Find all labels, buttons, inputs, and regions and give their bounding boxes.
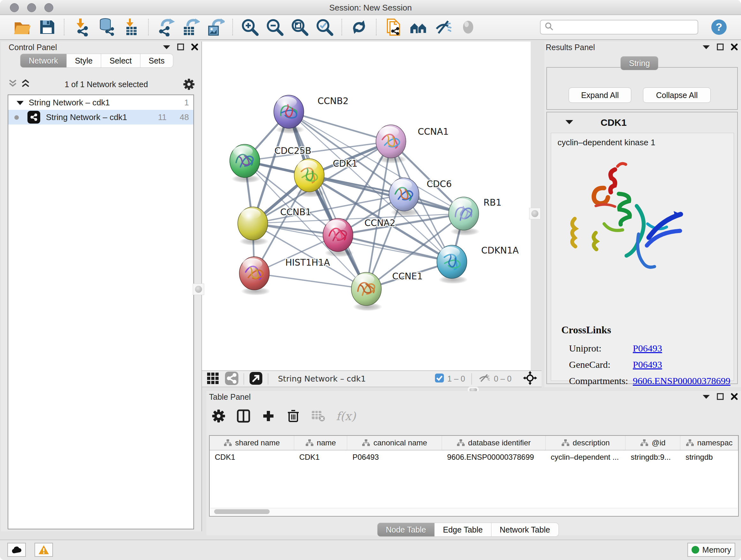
table-options-gear-icon[interactable] xyxy=(212,409,226,423)
zoom-selected-icon[interactable] xyxy=(312,17,337,37)
open-file-icon[interactable] xyxy=(10,17,35,37)
help-icon[interactable]: ? xyxy=(711,19,727,35)
network-node-CDKN1A[interactable] xyxy=(437,245,467,278)
import-database-icon[interactable] xyxy=(94,17,119,37)
zoom-in-icon[interactable] xyxy=(238,17,262,37)
selected-checkbox-icon[interactable] xyxy=(434,373,444,385)
float-panel-icon[interactable] xyxy=(717,44,724,51)
node-table[interactable]: shared namenamecanonical namedatabase id… xyxy=(209,435,739,516)
network-node-CCNB2[interactable] xyxy=(274,95,304,128)
column-header-database-identifier[interactable]: database identifier xyxy=(442,436,546,450)
column-header-name[interactable]: name xyxy=(294,436,347,450)
network-node-CDC6[interactable] xyxy=(389,178,419,211)
tab-style[interactable]: Style xyxy=(67,54,102,68)
tab-node-table[interactable]: Node Table xyxy=(377,523,434,537)
column-header-canonical-name[interactable]: canonical name xyxy=(347,436,442,450)
crosslink-value-link[interactable]: P06493 xyxy=(633,343,662,354)
delete-column-icon[interactable] xyxy=(286,409,300,423)
network-node-CCNB1[interactable] xyxy=(238,207,268,240)
scrollbar-thumb[interactable] xyxy=(214,509,270,514)
node-label-CCNB2: CCNB2 xyxy=(318,96,348,106)
panel-menu-icon[interactable] xyxy=(703,45,710,49)
refresh-icon[interactable] xyxy=(347,17,372,37)
network-edge[interactable] xyxy=(338,235,452,262)
expand-all-networks-icon[interactable] xyxy=(21,79,30,90)
create-column-icon[interactable] xyxy=(261,409,275,423)
collapse-all-button[interactable]: Collapse All xyxy=(643,87,711,103)
tab-select[interactable]: Select xyxy=(101,54,140,68)
network-options-gear-icon[interactable] xyxy=(183,78,195,90)
network-canvas[interactable]: CCNB2CCNA1CDC25BCDK1CDC6RB1CCNB1CCNA2CDK… xyxy=(202,42,531,370)
tab-network[interactable]: Network xyxy=(20,54,67,68)
tab-edge-table[interactable]: Edge Table xyxy=(434,523,491,537)
network-share-icon[interactable] xyxy=(225,372,239,386)
toolbar-separator xyxy=(232,19,233,36)
zoom-fit-icon[interactable] xyxy=(287,17,312,37)
left-splitter-handle[interactable] xyxy=(193,284,204,295)
edge-count: 48 xyxy=(166,112,189,122)
panel-menu-icon[interactable] xyxy=(703,394,710,399)
search-input[interactable] xyxy=(554,22,689,32)
crosslink-value-link[interactable]: P06493 xyxy=(633,359,662,370)
close-panel-icon[interactable] xyxy=(731,44,738,51)
search-box[interactable] xyxy=(540,20,698,35)
column-header-shared-name[interactable]: shared name xyxy=(210,436,294,450)
network-node-RB1[interactable] xyxy=(449,197,479,230)
network-node-HIST1H1A[interactable] xyxy=(239,257,269,290)
float-panel-icon[interactable] xyxy=(717,393,724,400)
tab-sets[interactable]: Sets xyxy=(140,54,173,68)
window-title: Session: New Session xyxy=(0,3,741,13)
network-edge[interactable] xyxy=(254,273,366,289)
warnings-button[interactable] xyxy=(35,543,53,557)
collection-expand-icon[interactable] xyxy=(17,98,23,108)
export-network-icon[interactable] xyxy=(153,17,178,37)
collection-count: 1 xyxy=(185,98,189,108)
hidden-eye-slash-icon[interactable] xyxy=(478,373,490,385)
close-panel-icon[interactable] xyxy=(191,44,198,51)
table-row[interactable]: CDK1CDK1P064939606.ENSP00000378699cyclin… xyxy=(210,450,738,464)
tab-network-table[interactable]: Network Table xyxy=(491,523,559,537)
collapse-all-networks-icon[interactable] xyxy=(9,79,17,90)
export-image-icon[interactable] xyxy=(203,17,228,37)
crosslink-value-link[interactable]: 9606.ENSP00000378699 xyxy=(633,375,731,386)
network-edge[interactable] xyxy=(289,112,391,141)
network-node-CCNA1[interactable] xyxy=(376,125,406,158)
network-collection-row[interactable]: String Network – cdk1 1 xyxy=(8,95,193,110)
expand-all-button[interactable]: Expand All xyxy=(569,87,631,103)
network-node-CCNA2[interactable] xyxy=(323,219,353,252)
fit-selected-crosshair-icon[interactable] xyxy=(523,371,537,387)
right-splitter-handle[interactable] xyxy=(529,208,541,219)
column-header-description[interactable]: description xyxy=(546,436,626,450)
export-table-icon[interactable] xyxy=(178,17,203,37)
network-node-CCNE1[interactable] xyxy=(351,272,381,306)
float-panel-icon[interactable] xyxy=(177,44,184,51)
import-table-icon[interactable] xyxy=(119,17,144,37)
zoom-out-icon[interactable] xyxy=(262,17,287,37)
network-node-CDK1[interactable] xyxy=(294,159,324,192)
svg-text:?: ? xyxy=(716,21,723,33)
table-horizontal-scrollbar[interactable] xyxy=(210,508,738,515)
open-in-window-icon[interactable] xyxy=(249,372,263,386)
show-details-icon[interactable] xyxy=(456,17,481,37)
show-columns-icon[interactable] xyxy=(237,409,251,423)
string-network-icon xyxy=(27,111,40,124)
network-row[interactable]: String Network – cdk1 11 48 xyxy=(8,110,193,125)
memory-button[interactable]: Memory xyxy=(687,543,735,557)
hide-details-icon[interactable] xyxy=(431,17,456,37)
column-header-namespac[interactable]: namespac xyxy=(680,436,738,450)
close-panel-icon[interactable] xyxy=(731,393,738,400)
clipboard-network-icon[interactable] xyxy=(381,17,406,37)
homes-icon[interactable] xyxy=(406,17,431,37)
cloud-button[interactable] xyxy=(7,543,26,557)
delete-table-icon[interactable] xyxy=(311,409,325,423)
collapse-protein-icon[interactable] xyxy=(565,119,573,126)
import-network-icon[interactable] xyxy=(69,17,94,37)
node-label-CDK1: CDK1 xyxy=(333,159,357,169)
panel-menu-icon[interactable] xyxy=(163,45,170,49)
network-node-CDC25B[interactable] xyxy=(230,144,260,178)
tab-string[interactable]: String xyxy=(620,56,658,70)
column-header--id[interactable]: @id xyxy=(625,436,680,450)
function-builder-icon[interactable]: f(x) xyxy=(336,410,356,423)
birds-eye-view-icon[interactable] xyxy=(206,372,219,386)
save-session-icon[interactable] xyxy=(35,17,59,37)
